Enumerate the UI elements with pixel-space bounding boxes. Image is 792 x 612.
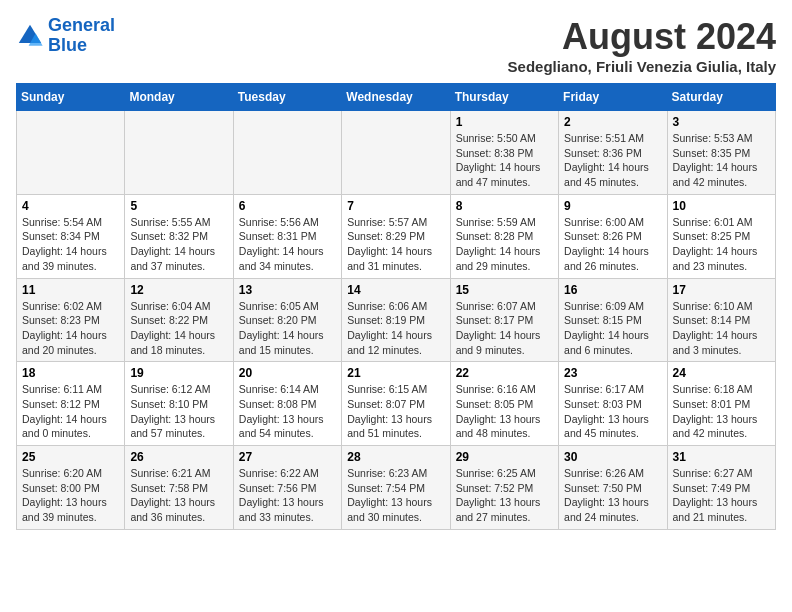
day-number: 21 xyxy=(347,366,444,380)
day-number: 11 xyxy=(22,283,119,297)
day-info: Sunrise: 5:56 AM Sunset: 8:31 PM Dayligh… xyxy=(239,215,336,274)
day-info: Sunrise: 6:12 AM Sunset: 8:10 PM Dayligh… xyxy=(130,382,227,441)
calendar-cell xyxy=(17,111,125,195)
day-number: 26 xyxy=(130,450,227,464)
day-number: 23 xyxy=(564,366,661,380)
day-number: 8 xyxy=(456,199,553,213)
day-number: 7 xyxy=(347,199,444,213)
calendar-cell: 8Sunrise: 5:59 AM Sunset: 8:28 PM Daylig… xyxy=(450,194,558,278)
day-info: Sunrise: 6:26 AM Sunset: 7:50 PM Dayligh… xyxy=(564,466,661,525)
day-number: 20 xyxy=(239,366,336,380)
header: General Blue August 2024 Sedegliano, Fri… xyxy=(16,16,776,75)
day-number: 30 xyxy=(564,450,661,464)
day-info: Sunrise: 5:59 AM Sunset: 8:28 PM Dayligh… xyxy=(456,215,553,274)
calendar-cell: 19Sunrise: 6:12 AM Sunset: 8:10 PM Dayli… xyxy=(125,362,233,446)
day-number: 19 xyxy=(130,366,227,380)
day-info: Sunrise: 6:01 AM Sunset: 8:25 PM Dayligh… xyxy=(673,215,770,274)
calendar-cell: 7Sunrise: 5:57 AM Sunset: 8:29 PM Daylig… xyxy=(342,194,450,278)
calendar-cell: 28Sunrise: 6:23 AM Sunset: 7:54 PM Dayli… xyxy=(342,446,450,530)
logo: General Blue xyxy=(16,16,115,56)
logo-text: General Blue xyxy=(48,16,115,56)
calendar-cell: 31Sunrise: 6:27 AM Sunset: 7:49 PM Dayli… xyxy=(667,446,775,530)
calendar-cell: 11Sunrise: 6:02 AM Sunset: 8:23 PM Dayli… xyxy=(17,278,125,362)
calendar-cell: 24Sunrise: 6:18 AM Sunset: 8:01 PM Dayli… xyxy=(667,362,775,446)
main-title: August 2024 xyxy=(508,16,776,58)
day-info: Sunrise: 6:09 AM Sunset: 8:15 PM Dayligh… xyxy=(564,299,661,358)
day-number: 31 xyxy=(673,450,770,464)
day-number: 5 xyxy=(130,199,227,213)
day-info: Sunrise: 6:23 AM Sunset: 7:54 PM Dayligh… xyxy=(347,466,444,525)
calendar-cell: 4Sunrise: 5:54 AM Sunset: 8:34 PM Daylig… xyxy=(17,194,125,278)
calendar-table: SundayMondayTuesdayWednesdayThursdayFrid… xyxy=(16,83,776,530)
calendar-cell: 5Sunrise: 5:55 AM Sunset: 8:32 PM Daylig… xyxy=(125,194,233,278)
day-number: 29 xyxy=(456,450,553,464)
day-number: 27 xyxy=(239,450,336,464)
day-number: 9 xyxy=(564,199,661,213)
calendar-cell: 30Sunrise: 6:26 AM Sunset: 7:50 PM Dayli… xyxy=(559,446,667,530)
day-number: 17 xyxy=(673,283,770,297)
calendar-cell: 12Sunrise: 6:04 AM Sunset: 8:22 PM Dayli… xyxy=(125,278,233,362)
calendar-cell: 15Sunrise: 6:07 AM Sunset: 8:17 PM Dayli… xyxy=(450,278,558,362)
day-info: Sunrise: 5:54 AM Sunset: 8:34 PM Dayligh… xyxy=(22,215,119,274)
day-info: Sunrise: 6:21 AM Sunset: 7:58 PM Dayligh… xyxy=(130,466,227,525)
day-info: Sunrise: 6:02 AM Sunset: 8:23 PM Dayligh… xyxy=(22,299,119,358)
day-info: Sunrise: 6:07 AM Sunset: 8:17 PM Dayligh… xyxy=(456,299,553,358)
calendar-week-row: 1Sunrise: 5:50 AM Sunset: 8:38 PM Daylig… xyxy=(17,111,776,195)
day-info: Sunrise: 6:10 AM Sunset: 8:14 PM Dayligh… xyxy=(673,299,770,358)
day-info: Sunrise: 5:57 AM Sunset: 8:29 PM Dayligh… xyxy=(347,215,444,274)
day-number: 16 xyxy=(564,283,661,297)
day-info: Sunrise: 5:55 AM Sunset: 8:32 PM Dayligh… xyxy=(130,215,227,274)
weekday-header: Friday xyxy=(559,84,667,111)
calendar-cell: 20Sunrise: 6:14 AM Sunset: 8:08 PM Dayli… xyxy=(233,362,341,446)
calendar-cell xyxy=(342,111,450,195)
calendar-cell: 29Sunrise: 6:25 AM Sunset: 7:52 PM Dayli… xyxy=(450,446,558,530)
weekday-header: Tuesday xyxy=(233,84,341,111)
logo-general: General xyxy=(48,15,115,35)
day-info: Sunrise: 6:20 AM Sunset: 8:00 PM Dayligh… xyxy=(22,466,119,525)
subtitle: Sedegliano, Friuli Venezia Giulia, Italy xyxy=(508,58,776,75)
calendar-cell: 17Sunrise: 6:10 AM Sunset: 8:14 PM Dayli… xyxy=(667,278,775,362)
day-info: Sunrise: 6:04 AM Sunset: 8:22 PM Dayligh… xyxy=(130,299,227,358)
calendar-cell: 1Sunrise: 5:50 AM Sunset: 8:38 PM Daylig… xyxy=(450,111,558,195)
calendar-cell: 13Sunrise: 6:05 AM Sunset: 8:20 PM Dayli… xyxy=(233,278,341,362)
calendar-cell: 18Sunrise: 6:11 AM Sunset: 8:12 PM Dayli… xyxy=(17,362,125,446)
day-number: 14 xyxy=(347,283,444,297)
calendar-cell: 26Sunrise: 6:21 AM Sunset: 7:58 PM Dayli… xyxy=(125,446,233,530)
weekday-header: Wednesday xyxy=(342,84,450,111)
calendar-cell: 23Sunrise: 6:17 AM Sunset: 8:03 PM Dayli… xyxy=(559,362,667,446)
calendar-cell: 6Sunrise: 5:56 AM Sunset: 8:31 PM Daylig… xyxy=(233,194,341,278)
weekday-header: Thursday xyxy=(450,84,558,111)
day-number: 10 xyxy=(673,199,770,213)
logo-icon xyxy=(16,22,44,50)
day-info: Sunrise: 6:00 AM Sunset: 8:26 PM Dayligh… xyxy=(564,215,661,274)
calendar-week-row: 25Sunrise: 6:20 AM Sunset: 8:00 PM Dayli… xyxy=(17,446,776,530)
calendar-cell: 27Sunrise: 6:22 AM Sunset: 7:56 PM Dayli… xyxy=(233,446,341,530)
day-info: Sunrise: 6:14 AM Sunset: 8:08 PM Dayligh… xyxy=(239,382,336,441)
weekday-header: Monday xyxy=(125,84,233,111)
day-info: Sunrise: 5:53 AM Sunset: 8:35 PM Dayligh… xyxy=(673,131,770,190)
calendar-cell: 21Sunrise: 6:15 AM Sunset: 8:07 PM Dayli… xyxy=(342,362,450,446)
title-area: August 2024 Sedegliano, Friuli Venezia G… xyxy=(508,16,776,75)
day-info: Sunrise: 6:18 AM Sunset: 8:01 PM Dayligh… xyxy=(673,382,770,441)
calendar-week-row: 11Sunrise: 6:02 AM Sunset: 8:23 PM Dayli… xyxy=(17,278,776,362)
calendar-cell: 25Sunrise: 6:20 AM Sunset: 8:00 PM Dayli… xyxy=(17,446,125,530)
day-number: 12 xyxy=(130,283,227,297)
day-number: 15 xyxy=(456,283,553,297)
calendar-cell: 2Sunrise: 5:51 AM Sunset: 8:36 PM Daylig… xyxy=(559,111,667,195)
weekday-header-row: SundayMondayTuesdayWednesdayThursdayFrid… xyxy=(17,84,776,111)
calendar-cell xyxy=(125,111,233,195)
weekday-header: Sunday xyxy=(17,84,125,111)
day-info: Sunrise: 6:16 AM Sunset: 8:05 PM Dayligh… xyxy=(456,382,553,441)
day-number: 13 xyxy=(239,283,336,297)
day-info: Sunrise: 5:50 AM Sunset: 8:38 PM Dayligh… xyxy=(456,131,553,190)
day-info: Sunrise: 6:06 AM Sunset: 8:19 PM Dayligh… xyxy=(347,299,444,358)
calendar-cell: 3Sunrise: 5:53 AM Sunset: 8:35 PM Daylig… xyxy=(667,111,775,195)
calendar-cell: 10Sunrise: 6:01 AM Sunset: 8:25 PM Dayli… xyxy=(667,194,775,278)
day-number: 3 xyxy=(673,115,770,129)
day-number: 22 xyxy=(456,366,553,380)
logo-blue: Blue xyxy=(48,36,115,56)
calendar-cell: 22Sunrise: 6:16 AM Sunset: 8:05 PM Dayli… xyxy=(450,362,558,446)
day-info: Sunrise: 6:17 AM Sunset: 8:03 PM Dayligh… xyxy=(564,382,661,441)
day-number: 4 xyxy=(22,199,119,213)
day-info: Sunrise: 6:11 AM Sunset: 8:12 PM Dayligh… xyxy=(22,382,119,441)
